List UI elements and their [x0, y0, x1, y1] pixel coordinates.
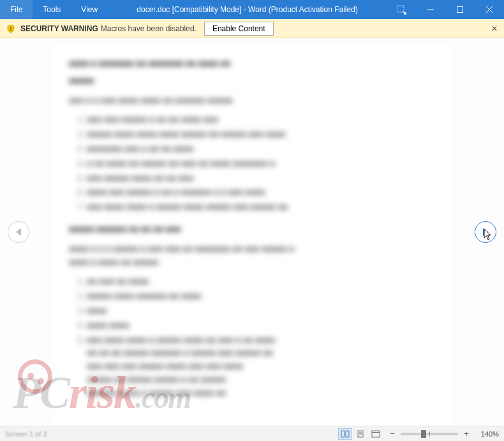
document-page[interactable]: ■■■■ ■ ■■■■■■■ ■■ ■■■■■■■ ■■ ■■■■ ■■ ■■■… — [51, 45, 453, 426]
shield-icon: ! — [6, 24, 15, 33]
menu-view[interactable]: View — [71, 0, 108, 19]
chevron-left-icon — [16, 228, 21, 236]
chevron-right-icon — [483, 228, 488, 236]
window-controls — [387, 0, 504, 19]
svg-rect-0 — [397, 6, 404, 12]
zoom-in-button[interactable]: + — [462, 429, 471, 438]
close-button[interactable] — [475, 0, 504, 19]
next-page-button[interactable] — [475, 221, 496, 243]
titlebar: File Tools View docer.doc [Compatibility… — [0, 0, 504, 19]
print-layout-button[interactable] — [353, 428, 367, 440]
menu-bar: File Tools View — [0, 0, 108, 19]
svg-text:!: ! — [10, 25, 12, 32]
security-bar-close[interactable]: ✕ — [491, 24, 498, 33]
screen-indicator: Screen 1 of 3 — [5, 430, 47, 438]
read-mode-icon — [341, 430, 350, 438]
minimize-icon — [427, 6, 434, 13]
security-warning-bar: ! SECURITY WARNING Macros have been disa… — [0, 19, 504, 38]
zoom-controls: − + 140% — [388, 429, 499, 438]
zoom-slider[interactable] — [401, 433, 458, 435]
document-content-blurred: ■■■■ ■ ■■■■■■■ ■■ ■■■■■■■ ■■ ■■■■ ■■ ■■■… — [51, 45, 453, 422]
close-icon — [485, 6, 493, 13]
menu-file[interactable]: File — [0, 0, 33, 19]
web-layout-icon — [371, 430, 380, 438]
document-viewport: ■■■■ ■ ■■■■■■■ ■■ ■■■■■■■ ■■ ■■■■ ■■ ■■■… — [0, 38, 504, 426]
maximize-icon — [456, 6, 464, 13]
security-warning-title: SECURITY WARNING — [20, 24, 98, 33]
minimize-button[interactable] — [416, 0, 445, 19]
security-warning-message: Macros have been disabled. — [101, 24, 196, 33]
enable-content-button[interactable]: Enable Content — [204, 22, 274, 36]
zoom-out-button[interactable]: − — [388, 429, 397, 438]
touch-mode-button[interactable] — [387, 0, 416, 19]
zoom-level[interactable]: 140% — [477, 430, 499, 438]
watermark-logo — [18, 359, 52, 394]
view-mode-buttons — [338, 428, 383, 440]
maximize-button[interactable] — [445, 0, 475, 19]
web-layout-button[interactable] — [369, 428, 383, 440]
prev-page-button[interactable] — [8, 221, 29, 243]
window-title: docer.doc [Compatibility Mode] - Word (P… — [108, 5, 387, 14]
svg-rect-2 — [457, 7, 463, 13]
statusbar: Screen 1 of 3 − + 140% — [0, 426, 504, 441]
zoom-slider-thumb[interactable] — [421, 430, 426, 438]
touch-mode-icon — [396, 4, 406, 15]
print-layout-icon — [356, 430, 365, 438]
svg-rect-9 — [372, 431, 380, 437]
menu-tools[interactable]: Tools — [33, 0, 71, 19]
read-mode-button[interactable] — [338, 428, 352, 440]
